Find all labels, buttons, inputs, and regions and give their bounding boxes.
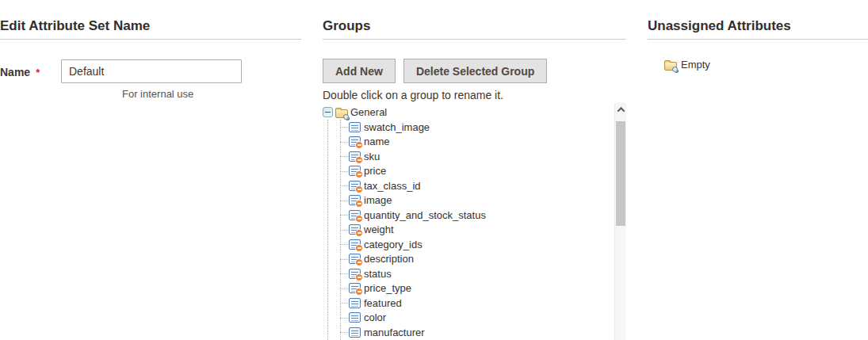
scrollbar-thumb[interactable]	[616, 121, 625, 226]
tree-item-label: swatch_image	[364, 121, 430, 133]
add-new-group-button[interactable]: Add New	[323, 59, 396, 83]
tree-item[interactable]: category_ids	[323, 237, 614, 252]
tree-item-label: featured	[364, 297, 402, 309]
system-badge	[355, 229, 363, 237]
system-badge	[355, 258, 363, 266]
attribute-system-icon	[349, 269, 361, 279]
required-asterisk: *	[36, 67, 40, 78]
name-input[interactable]	[61, 59, 242, 83]
attribute-system-icon	[349, 239, 361, 250]
tree-item-label: weight	[364, 223, 394, 235]
tree-root-label: General	[350, 106, 387, 118]
attribute-system-icon	[349, 166, 361, 176]
tree-item-label: price	[364, 165, 386, 177]
groups-tree: General swatch_image name sku price tax_…	[323, 103, 626, 340]
system-badge	[355, 185, 363, 193]
attribute-system-icon	[349, 151, 361, 162]
groups-title: Groups	[323, 0, 626, 40]
tree-item-label: status	[364, 268, 392, 280]
tree-item[interactable]: weight	[323, 223, 614, 238]
tree-scrollbar[interactable]	[614, 103, 626, 340]
tree-item[interactable]: price_type	[323, 281, 614, 296]
system-badge	[355, 156, 363, 164]
groups-panel: Groups Add New Delete Selected Group Dou…	[323, 0, 626, 340]
tree-item[interactable]: price	[323, 164, 614, 179]
unassigned-empty-node[interactable]: Empty	[664, 59, 868, 71]
tree-root-general[interactable]: General	[323, 105, 614, 120]
tree-item[interactable]: swatch_image	[323, 120, 614, 135]
tree-item-label: manufacturer	[364, 327, 425, 338]
groups-hint: Double click on a group to rename it.	[323, 87, 626, 103]
attribute-system-icon	[349, 195, 361, 205]
tree-item[interactable]: color	[323, 311, 614, 326]
name-label: Name*	[0, 59, 61, 78]
tree-item-label: color	[364, 311, 386, 323]
system-badge	[355, 215, 363, 223]
collapse-node-icon[interactable]	[323, 107, 333, 117]
attribute-system-icon	[349, 283, 361, 293]
tree-item-label: quantity_and_stock_status	[364, 209, 486, 221]
attribute-icon	[349, 298, 361, 308]
tree-item[interactable]: quantity_and_stock_status	[323, 208, 614, 223]
attribute-icon	[349, 327, 361, 338]
tree-item[interactable]: sku	[323, 149, 614, 164]
tree-item-label: name	[364, 136, 390, 147]
name-field-wrap: For internal use	[61, 59, 242, 100]
tree-item[interactable]: featured	[323, 296, 614, 311]
attribute-icon	[349, 122, 361, 132]
tree-item[interactable]: tax_class_id	[323, 178, 614, 193]
tree-item-label: category_ids	[364, 239, 423, 250]
system-badge	[355, 273, 363, 281]
system-badge	[355, 200, 363, 208]
attribute-set-page: Edit Attribute Set Name Name* For intern…	[0, 0, 868, 340]
scroll-up-button[interactable]	[615, 103, 626, 116]
folder-search-icon	[664, 62, 677, 71]
unassigned-panel: Unassigned Attributes Empty	[648, 0, 868, 71]
attribute-system-icon	[349, 136, 361, 147]
tree-item[interactable]: name	[323, 135, 614, 150]
attribute-icon	[349, 312, 361, 323]
groups-toolbar: Add New Delete Selected Group	[323, 59, 626, 83]
unassigned-title: Unassigned Attributes	[648, 0, 868, 40]
system-badge	[355, 288, 363, 296]
system-badge	[355, 244, 363, 252]
tree-item-label: image	[364, 194, 392, 206]
attribute-system-icon	[349, 224, 361, 235]
tree-item[interactable]: manufacturer	[323, 325, 614, 340]
delete-selected-group-button[interactable]: Delete Selected Group	[403, 59, 547, 83]
group-folder-icon	[335, 109, 348, 118]
tree-children: swatch_image name sku price tax_class_id…	[323, 120, 614, 340]
edit-set-panel: Edit Attribute Set Name Name* For intern…	[0, 0, 301, 100]
tree-item-label: tax_class_id	[364, 180, 421, 192]
tree-item[interactable]: description	[323, 252, 614, 267]
attribute-system-icon	[349, 181, 361, 191]
system-badge	[355, 170, 363, 178]
system-badge	[355, 141, 363, 149]
unassigned-empty-label: Empty	[681, 59, 710, 71]
attribute-system-icon	[349, 210, 361, 220]
attribute-system-icon	[349, 254, 361, 264]
name-field-row: Name* For internal use	[0, 59, 301, 100]
groups-tree-content: General swatch_image name sku price tax_…	[323, 105, 614, 340]
name-label-text: Name	[0, 66, 30, 78]
name-field-note: For internal use	[122, 88, 242, 100]
tree-item[interactable]: status	[323, 266, 614, 281]
tree-item-label: price_type	[364, 282, 411, 294]
tree-item-label: sku	[364, 151, 380, 162]
edit-set-title: Edit Attribute Set Name	[0, 0, 301, 40]
tree-item-label: description	[364, 253, 414, 265]
tree-item[interactable]: image	[323, 193, 614, 208]
